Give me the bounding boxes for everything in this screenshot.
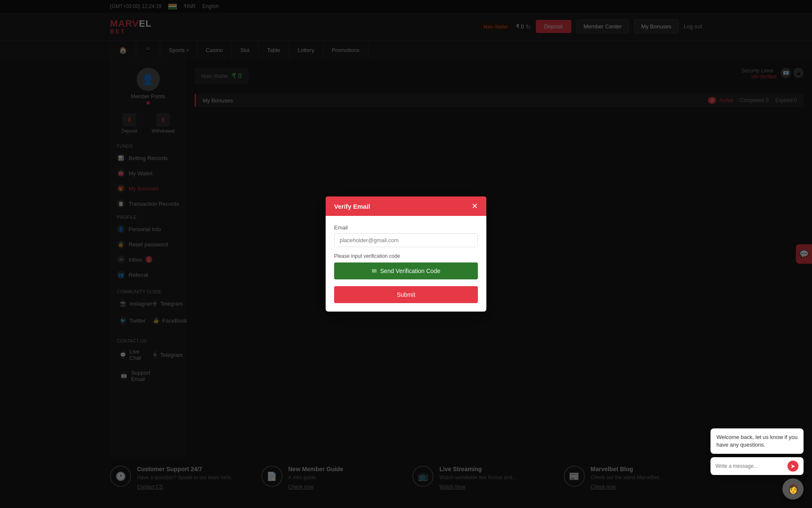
send-verification-button[interactable]: ✉ Send Verification Code: [334, 262, 478, 279]
verify-email-modal: Verify Email ✕ Email Please input verifi…: [326, 196, 486, 312]
submit-button[interactable]: Submit: [334, 286, 478, 303]
verify-code-label: Please input verification code: [334, 253, 478, 259]
send-icon: ✉: [372, 268, 377, 274]
chat-input-row: ➤: [710, 457, 804, 475]
modal-close-button[interactable]: ✕: [472, 202, 478, 210]
chat-widget: Welcome back, let us know if you have an…: [710, 428, 804, 500]
chat-message-input[interactable]: [716, 463, 784, 469]
modal-header: Verify Email ✕: [326, 196, 486, 216]
email-input[interactable]: [334, 233, 478, 247]
chat-bubble: Welcome back, let us know if you have an…: [710, 428, 804, 454]
modal-title: Verify Email: [334, 203, 370, 210]
email-field-label: Email: [334, 224, 478, 231]
modal-overlay: Verify Email ✕ Email Please input verifi…: [0, 0, 812, 508]
modal-body: Email Please input verification code ✉ S…: [326, 216, 486, 312]
chat-agent-avatar: 👩: [782, 478, 804, 500]
chat-send-button[interactable]: ➤: [787, 461, 798, 472]
